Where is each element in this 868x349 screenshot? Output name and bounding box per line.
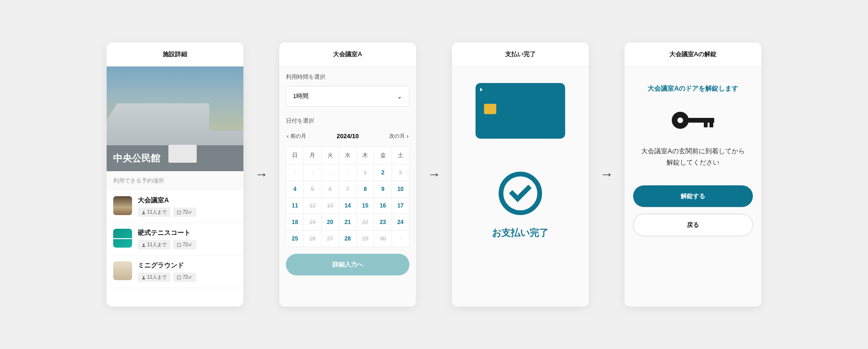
room-list-item[interactable]: 大会議室A 11人まで 72㎡ <box>107 191 243 223</box>
area-icon <box>177 243 181 247</box>
calendar-day[interactable]: 23 <box>374 214 392 231</box>
calendar-day[interactable]: 17 <box>392 198 409 214</box>
credit-card-icon <box>476 83 565 139</box>
duration-label: 利用時間を選択 <box>286 73 409 81</box>
date-label: 日付を選択 <box>286 117 409 125</box>
calendar-day: - <box>392 231 409 247</box>
unlock-heading: 大会議室Aのドアを解錠します <box>648 84 738 93</box>
capacity-tag: 11人まで <box>138 208 170 217</box>
room-name: 硬式テニスコート <box>138 229 237 237</box>
calendar-day[interactable]: 21 <box>339 214 357 231</box>
svg-point-0 <box>143 211 144 212</box>
calendar-day: 27 <box>322 231 339 247</box>
person-icon <box>142 243 146 247</box>
svg-point-2 <box>143 243 144 245</box>
key-icon <box>672 110 714 131</box>
calendar-dow: 水 <box>339 147 357 165</box>
calendar-day: 3 <box>392 165 409 181</box>
calendar-month-title: 2024/10 <box>337 133 359 140</box>
calendar-day: - <box>339 165 357 181</box>
screen-payment-complete: 支払い完了 お支払い完了 <box>452 42 589 307</box>
calendar-day[interactable]: 25 <box>286 231 304 247</box>
room-name: 大会議室A <box>138 196 237 205</box>
room-name: ミニグラウンド <box>138 261 237 270</box>
screen-facility-detail: 施設詳細 中央公民館 利用できる予約場所 大会議室A 11人まで 72㎡ 硬式テ… <box>107 42 243 307</box>
calendar-day[interactable]: 28 <box>339 231 357 247</box>
person-icon <box>142 210 146 215</box>
calendar-day[interactable]: 10 <box>392 181 409 198</box>
calendar-day: - <box>304 165 321 181</box>
calendar-day[interactable]: 18 <box>286 214 304 231</box>
room-thumbnail <box>113 196 132 215</box>
duration-value: 1時間 <box>293 92 309 100</box>
calendar-day[interactable]: 24 <box>392 214 409 231</box>
room-list-item[interactable]: 硬式テニスコート 11人まで 72㎡ <box>107 223 243 256</box>
area-tag: 72㎡ <box>173 273 196 282</box>
screen-date-select: 大会議室A 利用時間を選択 1時間 ⌄ 日付を選択 ‹前の月 2024/10 次… <box>279 42 416 307</box>
calendar-day[interactable]: 15 <box>357 198 374 214</box>
chevron-down-icon: ⌄ <box>397 92 402 100</box>
svg-point-4 <box>143 276 144 277</box>
page-title: 支払い完了 <box>452 42 589 66</box>
area-icon <box>177 275 181 280</box>
calendar-day: 5 <box>304 181 321 198</box>
back-button[interactable]: 戻る <box>633 214 753 236</box>
capacity-tag: 11人まで <box>138 273 170 282</box>
chevron-right-icon: › <box>407 133 409 140</box>
calendar-day: 30 <box>374 231 392 247</box>
area-tag: 72㎡ <box>173 240 196 249</box>
svg-rect-3 <box>177 243 181 247</box>
svg-rect-5 <box>177 276 181 279</box>
flow-arrow-icon: → <box>426 167 442 182</box>
calendar-day[interactable]: 20 <box>322 214 339 231</box>
success-check-icon <box>499 172 542 215</box>
calendar-dow: 土 <box>392 147 409 165</box>
calendar-day[interactable]: 14 <box>339 198 357 214</box>
area-tag: 72㎡ <box>173 208 196 217</box>
calendar-day: 22 <box>357 214 374 231</box>
calendar-day: 12 <box>304 198 321 214</box>
calendar-day[interactable]: 8 <box>357 181 374 198</box>
screen-unlock: 大会議室Aの解錠 大会議室Aのドアを解錠します 大会議室Aの玄関前に到着してから… <box>625 42 761 307</box>
calendar-day: 6 <box>322 181 339 198</box>
success-message: お支払い完了 <box>492 226 549 239</box>
page-title: 施設詳細 <box>107 42 243 66</box>
calendar-day[interactable]: 9 <box>374 181 392 198</box>
unlock-button[interactable]: 解錠する <box>633 185 753 207</box>
calendar-day: 26 <box>304 231 321 247</box>
svg-rect-1 <box>177 211 181 214</box>
prev-month-button[interactable]: ‹前の月 <box>287 133 306 140</box>
page-title: 大会議室A <box>279 42 416 66</box>
calendar-day: 1 <box>357 165 374 181</box>
calendar-day: 29 <box>357 231 374 247</box>
calendar-day: 13 <box>322 198 339 214</box>
calendar-day[interactable]: 2 <box>374 165 392 181</box>
calendar-dow: 木 <box>357 147 374 165</box>
next-month-button[interactable]: 次の月› <box>389 133 409 140</box>
calendar-day[interactable]: 11 <box>286 198 304 214</box>
calendar-day[interactable]: 4 <box>286 181 304 198</box>
room-list-item[interactable]: ミニグラウンド 11人まで 72㎡ <box>107 256 243 288</box>
calendar-day: - <box>322 165 339 181</box>
flow-arrow-icon: → <box>598 167 615 182</box>
facility-name: 中央公民館 <box>113 152 160 165</box>
area-icon <box>177 210 181 215</box>
proceed-button[interactable]: 詳細入力へ <box>286 254 409 275</box>
capacity-tag: 11人まで <box>138 240 170 249</box>
rooms-section-label: 利用できる予約場所 <box>107 171 243 191</box>
calendar-day[interactable]: 16 <box>374 198 392 214</box>
calendar-day: 19 <box>304 214 321 231</box>
calendar-day: 7 <box>339 181 357 198</box>
duration-select[interactable]: 1時間 ⌄ <box>286 86 409 107</box>
unlock-instructions: 大会議室Aの玄関前に到着してから 解錠してください <box>641 146 744 168</box>
page-title: 大会議室Aの解錠 <box>625 42 761 66</box>
calendar-dow: 金 <box>374 147 392 165</box>
calendar-dow: 火 <box>322 147 339 165</box>
calendar-day: - <box>286 165 304 181</box>
room-thumbnail <box>113 261 132 280</box>
person-icon <box>142 275 146 280</box>
chevron-left-icon: ‹ <box>287 133 289 140</box>
room-thumbnail <box>113 229 132 248</box>
calendar-grid: 日月火水木金土----12345678910111213141516171819… <box>286 146 409 247</box>
flow-arrow-icon: → <box>253 167 270 182</box>
